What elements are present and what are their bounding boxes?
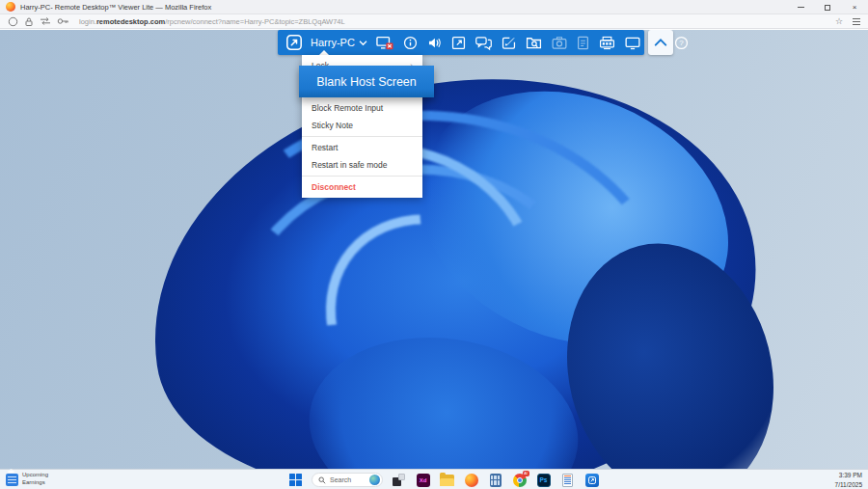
chrome-icon: AI <box>513 474 527 487</box>
taskbar-app-documents[interactable] <box>559 472 576 488</box>
taskbar-app-remotepc[interactable] <box>583 472 600 488</box>
chrome-badge: AI <box>523 471 529 476</box>
adobe-xd-icon: Xd <box>417 474 430 487</box>
search-placeholder: Search <box>330 476 366 483</box>
displays-icon[interactable] <box>624 35 641 51</box>
taskbar-app-file-explorer[interactable] <box>439 472 455 488</box>
bookmark-star-icon[interactable]: ☆ <box>835 17 843 26</box>
maximize-icon <box>825 5 830 11</box>
photoshop-icon: Ps <box>537 474 551 487</box>
url-domain: remotedesktop.com <box>96 17 165 26</box>
menu-item-sticky-note[interactable]: Sticky Note <box>302 117 422 134</box>
menu-item-restart[interactable]: Restart <box>302 139 422 156</box>
widget-icon: 9 <box>6 474 18 486</box>
browser-titlebar: Harry-PC- Remote Desktop™ Viewer Lite — … <box>0 0 868 14</box>
close-button[interactable]: × <box>841 0 868 14</box>
menu-item-block-remote-input[interactable]: Block Remote Input <box>302 99 422 117</box>
help-icon[interactable]: ? <box>673 35 690 51</box>
window-controls: × <box>787 0 868 14</box>
windows-logo-icon <box>289 474 302 486</box>
file-search-icon[interactable] <box>525 35 543 51</box>
maximize-button[interactable] <box>814 0 841 14</box>
exchange-arrows-icon[interactable] <box>40 16 51 26</box>
toolbar-collapse-button[interactable] <box>648 30 673 55</box>
fullscreen-icon[interactable] <box>450 35 467 51</box>
remote-desktop-viewport[interactable]: Harry-PC <box>0 30 868 469</box>
svg-text:?: ? <box>679 39 684 47</box>
remote-print-icon[interactable] <box>598 35 616 51</box>
widget-headline: Upcoming Earnings <box>22 472 48 487</box>
calculator-icon <box>490 474 502 487</box>
minimize-button[interactable] <box>787 0 814 14</box>
taskbar-search-box[interactable]: Search <box>312 473 383 487</box>
taskbar-clock[interactable]: 3:39 PM 7/11/2025 <box>835 470 862 489</box>
host-name-label: Harry-PC <box>311 37 355 48</box>
firefox-logo-icon <box>6 2 15 12</box>
taskbar-app-photoshop[interactable]: Ps <box>535 472 552 488</box>
host-menu-button[interactable]: Harry-PC <box>311 37 367 48</box>
minimize-icon <box>798 7 804 8</box>
remotepc-logo-icon <box>285 34 303 51</box>
widgets-button[interactable]: 9 Upcoming Earnings <box>0 470 54 489</box>
taskbar-app-adobe-xd[interactable]: Xd <box>415 472 431 488</box>
search-icon <box>318 476 326 484</box>
url-subdomain: login. <box>79 17 96 26</box>
sound-icon[interactable] <box>426 35 443 51</box>
lock-icon[interactable] <box>24 16 34 27</box>
screenshot-icon[interactable] <box>551 35 568 51</box>
menu-item-disconnect[interactable]: Disconnect <box>302 178 422 196</box>
widget-badge: 9 <box>8 471 14 473</box>
chevron-up-icon <box>653 36 668 49</box>
whiteboard-icon[interactable] <box>501 35 517 51</box>
menu-item-restart-safe-mode[interactable]: Restart in safe mode <box>302 156 422 174</box>
key-icon[interactable] <box>57 16 69 26</box>
taskbar-app-chrome[interactable]: AI <box>511 472 528 488</box>
chat-icon[interactable] <box>475 35 493 51</box>
info-icon[interactable] <box>402 35 419 51</box>
window-title: Harry-PC- Remote Desktop™ Viewer Lite — … <box>20 3 211 12</box>
firefox-icon <box>465 474 478 487</box>
address-text[interactable]: login.remotedesktop.com/rpcnew/connect?n… <box>79 17 345 26</box>
blank-screen-monitor-icon[interactable] <box>375 35 394 51</box>
menu-separator <box>302 136 422 137</box>
taskbar-app-calculator[interactable] <box>487 472 503 488</box>
notes-icon[interactable] <box>576 35 590 51</box>
menu-item-blank-host-screen-highlighted[interactable]: Blank Host Screen <box>299 66 434 97</box>
chevron-down-icon <box>359 40 367 46</box>
url-path: /rpcnew/connect?name=Harry-PC&topic=ZBLQ… <box>165 17 344 26</box>
url-bar[interactable]: login.remotedesktop.com/rpcnew/connect?n… <box>0 14 868 29</box>
task-view-icon <box>393 474 405 486</box>
menu-separator <box>302 176 422 177</box>
clock-date: 7/11/2025 <box>835 480 862 489</box>
clock-time: 3:39 PM <box>835 471 862 479</box>
start-button[interactable] <box>287 472 304 488</box>
site-info-icon[interactable] <box>8 16 18 27</box>
app-menu-icon[interactable] <box>853 18 860 25</box>
taskbar: 9 Upcoming Earnings Search Xd <box>0 469 868 489</box>
search-highlight-icon[interactable] <box>369 475 380 485</box>
list-document-icon <box>562 474 573 487</box>
file-explorer-icon <box>440 475 454 486</box>
task-view-button[interactable] <box>391 472 407 488</box>
remote-control-toolbar: Harry-PC <box>278 30 644 55</box>
remotepc-icon <box>585 474 599 487</box>
taskbar-app-firefox[interactable] <box>463 472 479 488</box>
